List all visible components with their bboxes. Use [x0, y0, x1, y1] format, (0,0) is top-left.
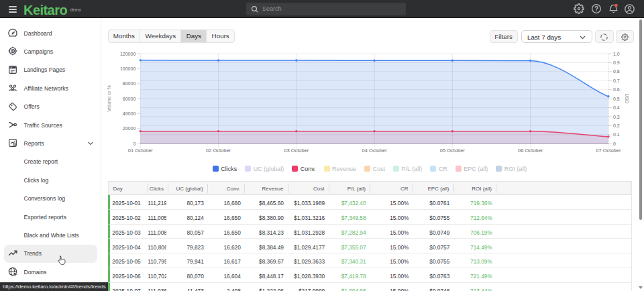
svg-text:02 October: 02 October [206, 148, 231, 154]
svg-text:07 October: 07 October [596, 148, 621, 154]
svg-text:04 October: 04 October [362, 148, 388, 154]
svg-text:80000: 80000 [123, 81, 136, 86]
svg-text:120000: 120000 [120, 52, 136, 56]
svg-text:0.7: 0.7 [613, 78, 620, 83]
svg-text:?: ? [594, 5, 598, 13]
svg-text:03 October: 03 October [284, 148, 309, 154]
svg-text:100000: 100000 [120, 66, 136, 71]
svg-text:06 October: 06 October [518, 148, 543, 154]
svg-text:01 October: 01 October [128, 148, 154, 154]
svg-text:0.4: 0.4 [613, 105, 620, 110]
svg-text:60000: 60000 [123, 97, 136, 101]
svg-text:0.2: 0.2 [613, 123, 620, 128]
svg-text:0: 0 [133, 141, 136, 146]
svg-text:1.0: 1.0 [613, 52, 620, 56]
svg-text:0.6: 0.6 [613, 87, 620, 92]
svg-text:0.9: 0.9 [613, 60, 620, 65]
svg-text:Volume or %: Volume or % [107, 85, 111, 112]
svg-text:USD: USD [625, 94, 629, 104]
svg-text:05 October: 05 October [440, 148, 466, 154]
svg-text:40000: 40000 [123, 111, 136, 116]
svg-text:0.1: 0.1 [613, 132, 620, 137]
svg-text:0.3: 0.3 [613, 115, 620, 119]
svg-text:0: 0 [613, 141, 616, 146]
svg-text:0.5: 0.5 [613, 97, 620, 101]
svg-text:20000: 20000 [123, 126, 136, 131]
svg-text:0.8: 0.8 [613, 69, 620, 74]
